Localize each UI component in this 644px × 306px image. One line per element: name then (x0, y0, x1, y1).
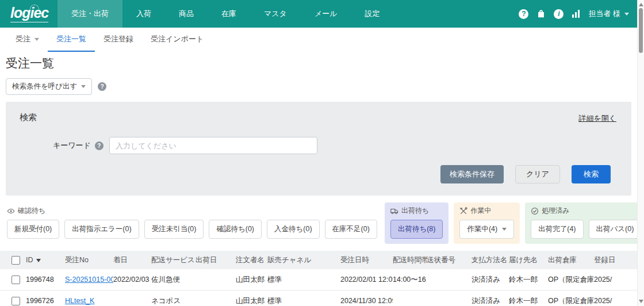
nav-item-mail[interactable]: メール (301, 0, 351, 28)
cell-delivery-service: 佐川急便 (151, 275, 195, 285)
keyword-row: キーワード ? (53, 137, 631, 154)
column-header-payment[interactable]: 支払方法名 (471, 255, 509, 265)
status-button-ship-pass[interactable]: 出荷パス(0) (589, 220, 642, 239)
tab-orders-dropdown[interactable]: 受注 (7, 28, 48, 52)
cell-id: 1996748 (26, 276, 65, 284)
nav-item-label: 商品 (179, 9, 194, 19)
nav-item-stock[interactable]: 在庫 (208, 0, 250, 28)
help-icon[interactable]: ? (519, 9, 528, 19)
column-header-orderer[interactable]: 注文者名 (236, 255, 267, 265)
status-button-ship-error[interactable]: 出荷指示エラー(0) (64, 220, 139, 239)
row-checkbox-cell (0, 297, 26, 305)
status-group-awaiting-shipment: 出荷待ち 出荷待ち(8) (385, 202, 449, 244)
column-header-recipient[interactable]: 届け先名 (509, 255, 548, 265)
cell-order-no: HLtest_K (65, 297, 113, 305)
nav-item-label: 在庫 (221, 9, 236, 19)
search-buttons: 検索条件保存 クリア 検索 (440, 165, 611, 183)
user-menu[interactable]: 担当者 様 (588, 9, 629, 19)
nav-item-inbound[interactable]: 入荷 (122, 0, 165, 28)
row-checkbox-cell (0, 276, 26, 284)
nav-item-label: 設定 (365, 9, 380, 19)
column-header-arrival-date[interactable]: 着日 (113, 255, 151, 265)
cell-order-datetime: 2024/11/30 12:09 (340, 297, 393, 305)
order-no-link[interactable]: HLtest_K (65, 297, 94, 305)
logiec-logo[interactable]: logiec (0, 6, 57, 22)
table-row: 1996748 S-20251015-002 2022/02/03 佐川急便 山… (0, 269, 637, 290)
logo-tagline-line (10, 22, 48, 22)
keyword-help-icon[interactable]: ? (95, 141, 103, 150)
nav-item-label: マスタ (264, 9, 287, 19)
nav-item-orders-shipping[interactable]: 受注・出荷 (57, 0, 122, 28)
group-label-text: 確認待ち (18, 206, 45, 216)
nav-item-label: メール (315, 9, 338, 19)
nav-item-settings[interactable]: 設定 (351, 0, 394, 28)
scroll-down-arrow-icon[interactable] (639, 300, 643, 303)
status-button-in-progress[interactable]: 作業中(4) (459, 220, 514, 239)
nav-item-master[interactable]: マスタ (250, 0, 301, 28)
group-buttons: 作業中(4) (459, 220, 514, 239)
tab-label: 受注登録 (103, 34, 133, 44)
column-header-ship-date[interactable]: 出荷日 (195, 255, 236, 265)
sort-desc-icon (36, 259, 41, 262)
column-header-channel[interactable]: 販売チャネル (267, 255, 340, 265)
group-buttons: 出荷完了(4) 出荷パス(0) 出荷指示キャンセル(8) (531, 220, 644, 239)
keyword-input[interactable] (109, 137, 317, 154)
tab-order-list[interactable]: 受注一覧 (48, 28, 95, 52)
open-details-link[interactable]: 詳細を開く (578, 113, 616, 124)
info-icon[interactable]: i (554, 9, 564, 19)
group-label: 出荷待ち (390, 206, 443, 216)
row-checkbox[interactable] (12, 276, 20, 284)
sub-tabbar: 受注 受注一覧 受注登録 受注インポート (0, 28, 637, 52)
order-no-link[interactable]: S-20251015-002 (65, 276, 113, 284)
status-group-in-progress: 作業中 作業中(4) (454, 202, 520, 244)
vertical-scrollbar[interactable] (637, 0, 644, 306)
row-checkbox[interactable] (12, 297, 20, 305)
help-question-icon[interactable]: ? (98, 82, 106, 91)
save-search-conditions-button[interactable]: 検索条件保存 (440, 165, 504, 183)
tab-order-register[interactable]: 受注登録 (95, 28, 142, 52)
group-label-text: 作業中 (470, 206, 491, 216)
column-header-registered[interactable]: 登録日 (594, 255, 637, 265)
column-header-warehouse[interactable]: 出荷倉庫 (548, 255, 594, 265)
column-header-time-slot[interactable]: 配送時間帯 (393, 255, 427, 265)
chevron-down-icon (81, 85, 86, 88)
nav-item-label: 入荷 (136, 9, 151, 19)
status-button-awaiting-shipment[interactable]: 出荷待ち(8) (390, 220, 443, 239)
status-button-unallocated[interactable]: 受注未引当(0) (144, 220, 204, 239)
status-button-payment-wait[interactable]: 入金待ち(0) (267, 220, 320, 239)
cell-warehouse: OP（限定倉庫） (548, 275, 594, 285)
check-circle-icon (531, 207, 539, 215)
load-search-conditions-button[interactable]: 検索条件を呼び出す (6, 78, 92, 95)
tab-label: 受注 (16, 34, 30, 44)
tab-label: 受注インポート (151, 34, 204, 44)
nav-item-products[interactable]: 商品 (165, 0, 208, 28)
status-button-out-of-stock[interactable]: 在庫不足(0) (325, 220, 377, 239)
column-header-tracking-no[interactable]: 送状番号 (427, 255, 471, 265)
group-label-text: 処理済み (542, 206, 569, 216)
status-button-new[interactable]: 新規受付(0) (7, 220, 59, 239)
stats-bars-icon[interactable] (572, 10, 580, 18)
tab-order-import[interactable]: 受注インポート (142, 28, 212, 52)
bag-icon[interactable] (537, 10, 545, 18)
chevron-down-icon (624, 13, 629, 16)
column-header-id[interactable]: ID (26, 256, 65, 264)
status-button-confirm-wait[interactable]: 確認待ち(0) (209, 220, 262, 239)
table-row: 1996726 HLtest_K ネコポス 山田太郎 標準 2024/11/30… (0, 290, 637, 306)
tab-label: 受注一覧 (56, 34, 86, 44)
scrollbar-thumb[interactable] (639, 8, 643, 53)
cell-order-no: S-20251015-002 (65, 276, 113, 284)
cell-payment: 決済済み (471, 296, 509, 306)
column-header-order-no[interactable]: 受注No (65, 255, 113, 265)
clear-button[interactable]: クリア (515, 165, 560, 183)
status-button-shipped[interactable]: 出荷完了(4) (531, 220, 583, 239)
scroll-up-arrow-icon[interactable] (639, 3, 643, 6)
chevron-down-icon (502, 228, 507, 231)
column-header-order-datetime[interactable]: 受注日時 (340, 255, 393, 265)
header-checkbox-cell (0, 256, 26, 265)
eye-icon (7, 207, 15, 215)
search-button[interactable]: 検索 (572, 165, 611, 183)
column-header-delivery-service[interactable]: 配送サービス (151, 255, 195, 265)
page-title: 受注一覧 (6, 55, 644, 71)
select-all-checkbox[interactable] (12, 256, 20, 265)
navbar-right: ? i 担当者 様 (519, 9, 637, 19)
